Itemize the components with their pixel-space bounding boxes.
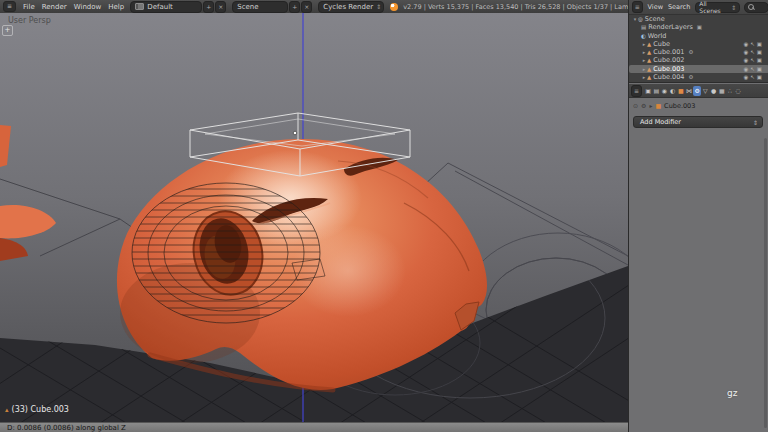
breadcrumb-arrow-icon: ▸	[649, 102, 652, 109]
right-panel-column: ≡ View Search All Scenes ⇕ ▾ ◎ Scene	[628, 0, 768, 432]
chevron-updown-icon: ⇕	[376, 3, 381, 10]
tab-particles-icon[interactable]: ∴	[726, 86, 734, 96]
camera-icon[interactable]: ▣	[757, 74, 764, 80]
properties-scrollbar[interactable]	[764, 138, 767, 428]
world-icon: ◐	[641, 32, 646, 40]
view-name-label: User Persp	[8, 16, 51, 25]
outliner-display-filter[interactable]: All Scenes ⇕	[695, 2, 740, 13]
screencast-keys-label: gz	[727, 388, 737, 398]
editor-type-properties-icon[interactable]: ≡	[631, 85, 642, 97]
delete-layout-button[interactable]: ×	[215, 1, 226, 13]
toolshelf-expand-button[interactable]: +	[2, 25, 13, 36]
render-engine-selector[interactable]: Cycles Render ⇕	[318, 1, 384, 13]
outliner-header: ≡ View Search All Scenes ⇕	[629, 0, 768, 15]
pin-icon[interactable]: ⊙	[633, 102, 638, 109]
outliner-item-label: Cube.002	[653, 56, 684, 64]
restrict-toggles[interactable]: ◉↖▣	[743, 56, 764, 64]
tab-constraints-icon[interactable]: ⋈	[685, 86, 693, 96]
render-layer-icon: ▤	[641, 23, 646, 31]
mesh-icon: ▲	[647, 40, 651, 48]
search-icon	[748, 4, 754, 10]
tab-object-icon[interactable]: ■	[677, 86, 685, 96]
outliner-item-label: World	[648, 32, 667, 40]
render-toggle-icon[interactable]: ▣	[697, 23, 702, 31]
outliner-item-label: Cube	[653, 40, 670, 48]
outliner-item-cube-003[interactable]: ▸ ▲ Cube.003 ◉↖▣	[629, 65, 768, 73]
restrict-toggles[interactable]: ◉↖▣	[743, 40, 764, 48]
add-layout-button[interactable]: +	[203, 1, 214, 13]
properties-editor: ≡ ▣ ▤ ◉ ◐ ■ ⋈ ⚙ ▽ ● ▦ ∴ ◌ ⊙ ⚙ ▸ ■ Cube.0…	[629, 82, 768, 432]
menu-file[interactable]: File	[23, 3, 35, 11]
properties-breadcrumb: ⊙ ⚙ ▸ ■ Cube.003	[633, 100, 695, 111]
transform-status-text: D: 0.0086 (0.0086) along global Z	[7, 424, 126, 432]
outliner-item-renderlayers[interactable]: ▤ RenderLayers ▣	[629, 23, 768, 31]
scene-selector-value: Scene	[237, 3, 258, 11]
pointer-icon[interactable]: ↖	[750, 74, 757, 80]
tab-texture-icon[interactable]: ▦	[718, 86, 726, 96]
outliner-search-input[interactable]	[744, 2, 768, 13]
scene-icon: ◎	[638, 15, 643, 23]
mesh-icon: ▲	[647, 73, 651, 81]
outliner-item-cube-002[interactable]: ▸ ▲ Cube.002 ◉↖▣	[629, 56, 768, 64]
outliner-item-scene[interactable]: ▾ ◎ Scene	[629, 15, 768, 23]
outliner-filter-value: All Scenes	[699, 0, 728, 14]
add-modifier-button[interactable]: Add Modifier ⇕	[633, 116, 763, 128]
screen-layout-selector[interactable]: Default	[130, 1, 202, 13]
pointer-icon[interactable]: ↖	[750, 41, 757, 47]
menu-render[interactable]: Render	[42, 3, 67, 11]
camera-icon[interactable]: ▣	[757, 41, 764, 47]
outliner-item-label: RenderLayers	[648, 23, 693, 31]
properties-tab-bar: ≡ ▣ ▤ ◉ ◐ ■ ⋈ ⚙ ▽ ● ▦ ∴ ◌	[629, 84, 768, 98]
object-origin-dot	[293, 131, 297, 135]
blender-logo-icon	[390, 3, 398, 11]
tab-object-data-icon[interactable]: ▽	[701, 86, 709, 96]
blender-window: ≡ File Render Window Help Default + × Sc…	[0, 0, 768, 432]
3d-viewport[interactable]: User Persp + ▴ (33) Cube.003	[0, 13, 628, 422]
outliner-search-menu[interactable]: Search	[668, 3, 690, 11]
pointer-icon[interactable]: ↖	[750, 66, 757, 72]
delete-scene-button[interactable]: ×	[301, 1, 312, 13]
outliner-item-cube-001[interactable]: ▸ ▲ Cube.001 ⚙ ◉↖▣	[629, 48, 768, 56]
active-object-info: ▴ (33) Cube.003	[5, 405, 69, 414]
chevron-updown-icon: ⇕	[731, 4, 736, 11]
restrict-toggles[interactable]: ◉↖▣	[743, 73, 764, 81]
screen-layout-value: Default	[147, 3, 173, 11]
outliner-item-cube-004[interactable]: ▸ ▲ Cube.004 ⚙ ◉↖▣	[629, 73, 768, 81]
restrict-toggles[interactable]: ◉↖▣	[743, 48, 764, 56]
pointer-icon[interactable]: ↖	[750, 49, 757, 55]
screen-layout-icon	[135, 3, 144, 10]
wrench-icon: ⚙	[689, 73, 694, 81]
object-info-icon: ▴	[5, 406, 9, 414]
editor-type-outliner-icon[interactable]: ≡	[632, 1, 643, 13]
tab-modifiers-icon[interactable]: ⚙	[693, 86, 701, 96]
tab-world-icon[interactable]: ◐	[669, 86, 677, 96]
tab-material-icon[interactable]: ●	[710, 86, 718, 96]
outliner-item-label: Cube.001	[653, 48, 684, 56]
render-engine-value: Cycles Render	[323, 3, 373, 11]
active-object-label: (33) Cube.003	[12, 405, 69, 414]
chevron-updown-icon: ⇕	[753, 117, 758, 128]
tab-render-icon[interactable]: ▣	[644, 86, 652, 96]
camera-icon[interactable]: ▣	[757, 49, 764, 55]
viewport-canvas[interactable]	[0, 13, 628, 422]
tab-physics-icon[interactable]: ◌	[734, 86, 742, 96]
outliner-item-cube[interactable]: ▸ ▲ Cube ◉↖▣	[629, 40, 768, 48]
menu-help[interactable]: Help	[108, 3, 124, 11]
outliner-item-world[interactable]: ◐ World	[629, 32, 768, 40]
add-scene-button[interactable]: +	[289, 1, 300, 13]
camera-icon[interactable]: ▣	[757, 66, 764, 72]
tab-scene-icon[interactable]: ◉	[660, 86, 668, 96]
mesh-icon: ▲	[647, 56, 651, 64]
scene-selector[interactable]: Scene	[232, 1, 288, 13]
context-wrench-icon: ⚙	[641, 102, 646, 109]
camera-icon[interactable]: ▣	[757, 57, 764, 63]
outliner-editor: ≡ View Search All Scenes ⇕ ▾ ◎ Scene	[629, 0, 768, 82]
restrict-toggles[interactable]: ◉↖▣	[743, 65, 764, 73]
outliner-view-menu[interactable]: View	[648, 3, 663, 11]
pointer-icon[interactable]: ↖	[750, 57, 757, 63]
tab-render-layers-icon[interactable]: ▤	[652, 86, 660, 96]
editor-type-info-icon[interactable]: ≡	[3, 1, 16, 12]
outliner-item-label: Cube.003	[653, 65, 684, 73]
helmet-highlight-2	[290, 225, 406, 317]
menu-window[interactable]: Window	[74, 3, 102, 11]
